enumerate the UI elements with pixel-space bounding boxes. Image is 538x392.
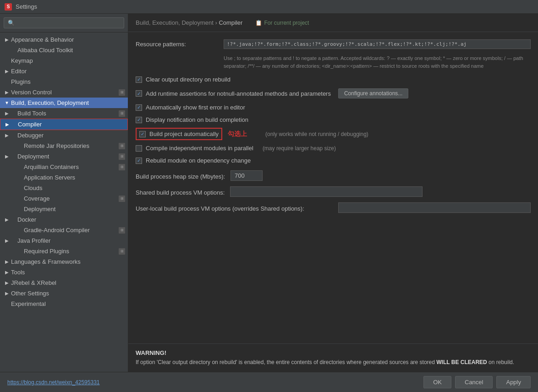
checkbox-auto-show-error[interactable] (136, 104, 142, 111)
sidebar-item-jrebel-xrebel[interactable]: ▶ JRebel & XRebel (0, 278, 128, 288)
arrow-icon: ▶ (4, 90, 10, 95)
sidebar-item-label: Editor (11, 68, 27, 75)
checkbox-row-auto-show-error: Automatically show first error in editor (136, 103, 531, 112)
sidebar-item-label: Plugins (11, 78, 31, 85)
arrow-icon: ▶ (4, 270, 10, 275)
sidebar-item-label: Build, Execution, Deployment (11, 99, 89, 106)
sidebar-item-experimental[interactable]: Experimental (0, 299, 128, 309)
cancel-button[interactable]: Cancel (455, 376, 493, 388)
search-input[interactable] (4, 17, 124, 28)
sidebar-item-label: Languages & Frameworks (11, 258, 81, 265)
breadcrumb: Build, Execution, Deployment › Compiler (136, 19, 242, 26)
user-local-vm-label: User-local build process VM options (ove… (136, 204, 333, 212)
sidebar-item-label: Deployment (24, 206, 55, 212)
resource-patterns-row: Resource patterns: (136, 39, 531, 49)
sidebar-item-appearance-behavior[interactable]: ▶ Appearance & Behavior (0, 34, 128, 45)
sidebar-item-remote-jar-repositories[interactable]: Remote Jar Repositories ⊞ (0, 141, 128, 151)
ext-icon: ⊞ (119, 110, 125, 117)
for-project-label: 📋 For current project (255, 20, 309, 26)
sidebar-item-label: Arquillian Containers (24, 163, 79, 170)
ext-icon: ⊞ (119, 227, 125, 234)
ext-icon: ⊞ (119, 89, 125, 96)
breadcrumb-separator: › (215, 19, 217, 26)
checkbox-clear-output[interactable] (136, 76, 142, 83)
sidebar-item-build-execution-deployment[interactable]: ▼ Build, Execution, Deployment (0, 98, 128, 108)
sidebar-item-editor[interactable]: ▶ Editor (0, 66, 128, 76)
app-icon: S (5, 3, 12, 11)
bottom-link[interactable]: https://blog.csdn.net/weixn_42595331 (7, 379, 99, 386)
sidebar-item-arquillian-containers[interactable]: Arquillian Containers ⊞ (0, 162, 128, 172)
checkbox-label-clear-output: Clear output directory on rebuild (146, 76, 231, 83)
heap-size-input[interactable] (231, 170, 263, 181)
sidebar-item-clouds[interactable]: Clouds (0, 183, 128, 193)
resource-patterns-hint: Use ; to separate patterns and ! to nega… (224, 54, 531, 70)
sidebar-item-keymap[interactable]: Keymap (0, 55, 128, 66)
sidebar-item-alibaba-cloud-toolkit[interactable]: Alibaba Cloud Toolkit (0, 45, 128, 55)
sidebar-item-label: Application Servers (24, 174, 75, 181)
warning-box: WARNING! If option 'Clear output directo… (128, 343, 538, 372)
apply-button[interactable]: Apply (496, 376, 531, 388)
sidebar-item-label: Other Settings (11, 290, 49, 297)
checkbox-label-compile-parallel: Compile independent modules in parallel (146, 145, 253, 152)
sidebar-item-deployment2[interactable]: Deployment (0, 204, 128, 214)
arrow-icon: ▶ (4, 259, 10, 264)
checkbox-note-compile-parallel: (may require larger heap size) (263, 145, 336, 152)
checkbox-compile-parallel[interactable] (136, 145, 142, 152)
sidebar-item-languages-frameworks[interactable]: ▶ Languages & Frameworks (0, 256, 128, 267)
sidebar-item-label: Version Control (11, 89, 52, 96)
ext-icon: ⊞ (119, 248, 125, 255)
checkbox-add-runtime-assertions[interactable] (136, 90, 142, 97)
checkbox-row-rebuild-module: Rebuild module on dependency change (136, 156, 531, 165)
sidebar-item-label: Deployment (17, 153, 49, 160)
checkbox-label-build-project-auto: Build project automatically (149, 131, 219, 137)
sidebar-item-deployment[interactable]: ▶ Deployment ⊞ (0, 151, 128, 162)
sidebar-item-build-tools[interactable]: ▶ Build Tools ⊞ (0, 108, 128, 119)
ok-button[interactable]: OK (423, 376, 451, 388)
checkbox-row-display-notification: Display notification on build completion (136, 115, 531, 124)
checkbox-label-display-notification: Display notification on build completion (146, 116, 248, 123)
warning-text: If option 'Clear output directory on reb… (136, 358, 531, 366)
sidebar-item-label: Compiler (18, 121, 42, 128)
resource-patterns-input[interactable] (224, 39, 531, 49)
breadcrumb-parent: Build, Execution, Deployment (136, 19, 214, 26)
main-content: ▶ Appearance & Behavior Alibaba Cloud To… (0, 14, 538, 372)
sidebar-item-debugger[interactable]: ▶ Debugger (0, 130, 128, 141)
sidebar-item-tools[interactable]: ▶ Tools (0, 267, 128, 278)
user-local-vm-input[interactable] (338, 202, 531, 213)
arrow-icon: ▶ (4, 291, 10, 296)
sidebar-item-version-control[interactable]: ▶ Version Control ⊞ (0, 87, 128, 98)
sidebar-item-application-servers[interactable]: Application Servers (0, 172, 128, 183)
sidebar-item-java-profiler[interactable]: ▶ Java Profiler (0, 235, 128, 246)
checkbox-build-project-auto[interactable] (139, 131, 146, 137)
user-local-vm-row: User-local build process VM options (ove… (136, 202, 531, 213)
arrow-icon: ▶ (4, 154, 10, 159)
arrow-icon: ▶ (4, 133, 10, 138)
sidebar-item-label: Experimental (11, 300, 46, 307)
right-panel: Build, Execution, Deployment › Compiler … (128, 14, 538, 372)
sidebar-item-label: Coverage (24, 195, 49, 202)
sidebar-item-label: Clouds (24, 185, 42, 191)
ext-icon: ⊞ (119, 196, 125, 202)
sidebar-item-gradle-android-compiler[interactable]: Gradle-Android Compiler ⊞ (0, 225, 128, 235)
checkbox-rebuild-module[interactable] (136, 158, 142, 164)
checkbox-note-build-project-auto: (only works while not running / debuggin… (265, 131, 368, 137)
arrow-icon: ▶ (4, 37, 10, 42)
shared-vm-label: Shared build process VM options: (136, 188, 225, 196)
sidebar-item-plugins[interactable]: Plugins (0, 76, 128, 87)
warning-title: WARNING! (136, 349, 531, 356)
sidebar-item-docker[interactable]: ▶ Docker (0, 214, 128, 225)
sidebar-item-label: Docker (17, 216, 36, 223)
ext-icon: ⊞ (119, 164, 125, 170)
checkbox-row-add-runtime-assertions: Add runtime assertions for notnull-annot… (136, 87, 531, 99)
sidebar-item-required-plugins[interactable]: Required Plugins ⊞ (0, 246, 128, 256)
sidebar-item-coverage[interactable]: Coverage ⊞ (0, 193, 128, 204)
window-title: Settings (16, 3, 37, 10)
checkbox-display-notification[interactable] (136, 117, 142, 123)
sidebar-item-compiler[interactable]: ▶ Compiler (0, 119, 128, 130)
configure-annotations-button[interactable]: Configure annotations... (338, 88, 408, 98)
arrow-icon: ▶ (4, 238, 10, 243)
sidebar-item-other-settings[interactable]: ▶ Other Settings (0, 288, 128, 299)
shared-vm-input[interactable] (230, 186, 423, 197)
search-box[interactable] (0, 14, 128, 33)
checkbox-row-compile-parallel: Compile independent modules in parallel … (136, 144, 531, 152)
